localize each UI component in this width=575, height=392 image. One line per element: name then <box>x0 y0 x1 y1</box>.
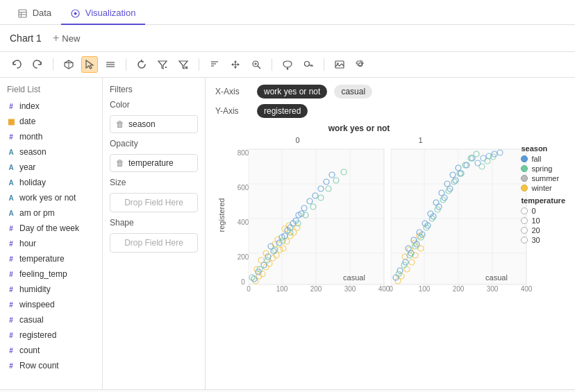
delete-opacity-icon[interactable]: 🗑 <box>116 158 124 168</box>
svg-line-29 <box>258 66 260 69</box>
sep-1 <box>53 58 53 71</box>
legend-temp-10-dot <box>521 217 528 224</box>
svg-text:0: 0 <box>389 285 393 291</box>
field-registered[interactable]: #registered <box>0 327 102 343</box>
zoom-settings-button[interactable] <box>248 56 265 73</box>
svg-text:200: 200 <box>238 253 249 261</box>
legend-temp-30-dot <box>521 237 528 244</box>
field-hour[interactable]: #hour <box>0 236 102 251</box>
facet-label-row: 0 1 <box>236 136 482 144</box>
svg-text:600: 600 <box>238 184 249 191</box>
chart-legend: season fall spring summer <box>521 144 565 246</box>
y-axis-label: Y-Axis <box>215 106 250 116</box>
field-holiday[interactable]: Aholiday <box>0 175 102 190</box>
svg-text:0: 0 <box>241 278 245 286</box>
color-chip[interactable]: 🗑 season <box>110 115 198 133</box>
x-axis-chip-1[interactable]: casual <box>334 85 372 99</box>
field-humidity[interactable]: #humidity <box>0 282 102 297</box>
facet-label-1: 1 <box>359 136 482 144</box>
size-drop-zone[interactable]: Drop Field Here <box>110 193 198 212</box>
svg-text:100: 100 <box>276 285 288 291</box>
svg-marker-25 <box>238 63 240 66</box>
sort-button[interactable] <box>206 56 223 73</box>
legend-winter: winter <box>521 184 565 192</box>
x-axis-row: X-Axis work yes or not casual <box>215 85 565 99</box>
svg-text:100: 100 <box>419 285 431 291</box>
svg-text:400: 400 <box>238 219 249 226</box>
svg-marker-23 <box>234 67 237 69</box>
sep-5 <box>324 58 324 71</box>
legend-season-title: season <box>521 144 565 153</box>
delete-color-icon[interactable]: 🗑 <box>116 119 124 129</box>
key-button[interactable] <box>300 56 317 73</box>
field-season[interactable]: Aseason <box>0 144 102 160</box>
field-year[interactable]: Ayear <box>0 160 102 175</box>
refresh-button[interactable] <box>133 56 150 73</box>
x-axis-title-1: casual <box>427 273 566 282</box>
chart-title: Chart 1 <box>10 33 42 44</box>
charts-row: registered 800 600 400 200 0 <box>215 146 565 291</box>
field-work-yes-or-not[interactable]: Awork yes or not <box>0 190 102 205</box>
new-chart-button[interactable]: New <box>53 32 80 44</box>
svg-text:200: 200 <box>310 285 322 291</box>
legend-summer-dot <box>521 175 528 182</box>
x-axis-title-0: casual <box>285 273 424 282</box>
legend-fall-dot <box>521 155 528 162</box>
chart-panel: X-Axis work yes or not casual Y-Axis reg… <box>206 78 575 389</box>
field-index[interactable]: #index <box>0 99 102 114</box>
x-axis-chip-0[interactable]: work yes or not <box>257 85 327 99</box>
legend-fall: fall <box>521 155 565 163</box>
shape-title: Shape <box>110 218 198 228</box>
field-row-count[interactable]: #Row count <box>0 358 102 373</box>
image-button[interactable] <box>331 56 348 73</box>
field-casual[interactable]: #casual <box>0 312 102 327</box>
undo-button[interactable] <box>8 56 25 73</box>
field-temperature[interactable]: #temperature <box>0 251 102 266</box>
svg-text:200: 200 <box>453 285 465 291</box>
redo-button[interactable] <box>29 56 46 73</box>
svg-marker-9 <box>86 60 93 69</box>
y-axis-chip-0[interactable]: registered <box>257 104 308 118</box>
field-month[interactable]: #month <box>0 129 102 144</box>
svg-text:400: 400 <box>378 285 390 291</box>
sep-4 <box>272 58 272 71</box>
legend-spring: spring <box>521 164 565 173</box>
svg-point-5 <box>74 12 77 15</box>
field-count[interactable]: #count <box>0 343 102 358</box>
legend-temp-30: 30 <box>521 236 565 244</box>
lasso-button[interactable] <box>279 56 296 73</box>
field-winspeed[interactable]: #winspeed <box>0 297 102 312</box>
top-tabs: Data Visualization <box>0 0 575 25</box>
settings-button[interactable] <box>352 56 369 73</box>
filters-title: Filters <box>110 85 198 94</box>
layers-button[interactable] <box>102 56 119 73</box>
svg-rect-44 <box>249 149 384 284</box>
legend-winter-dot <box>521 185 528 191</box>
legend-temp-0-dot <box>521 207 528 214</box>
facet-label-0: 0 <box>236 136 359 144</box>
x-axis-label: X-Axis <box>215 87 250 96</box>
svg-marker-22 <box>234 60 237 62</box>
filter-remove-button[interactable] <box>175 56 192 73</box>
field-list-title: Field List <box>0 85 102 99</box>
field-day-of-week[interactable]: #Day of the week <box>0 221 102 236</box>
size-title: Size <box>110 178 198 187</box>
tab-data[interactable]: Data <box>8 2 61 25</box>
opacity-field-label: temperature <box>128 158 174 168</box>
sep-2 <box>126 58 126 71</box>
sep-3 <box>199 58 199 71</box>
move-button[interactable] <box>227 56 244 73</box>
field-list-panel: Field List #index ▦date #month Aseason A… <box>0 78 103 389</box>
field-date[interactable]: ▦date <box>0 114 102 129</box>
opacity-chip[interactable]: 🗑 temperature <box>110 154 198 172</box>
shape-drop-zone[interactable]: Drop Field Here <box>110 233 198 253</box>
cursor-button[interactable] <box>81 56 98 73</box>
cube-icon-button[interactable] <box>60 56 77 73</box>
bottom-bar: Row count <box>0 389 575 392</box>
field-feeling-temp[interactable]: #feeling_temp <box>0 266 102 282</box>
field-am-or-pm[interactable]: Aam or pm <box>0 205 102 221</box>
scatter-chart: 800 600 400 200 0 <box>228 146 547 291</box>
filter-add-button[interactable] <box>154 56 171 73</box>
tab-visualization[interactable]: Visualization <box>61 2 145 25</box>
legend-spring-dot <box>521 165 528 172</box>
